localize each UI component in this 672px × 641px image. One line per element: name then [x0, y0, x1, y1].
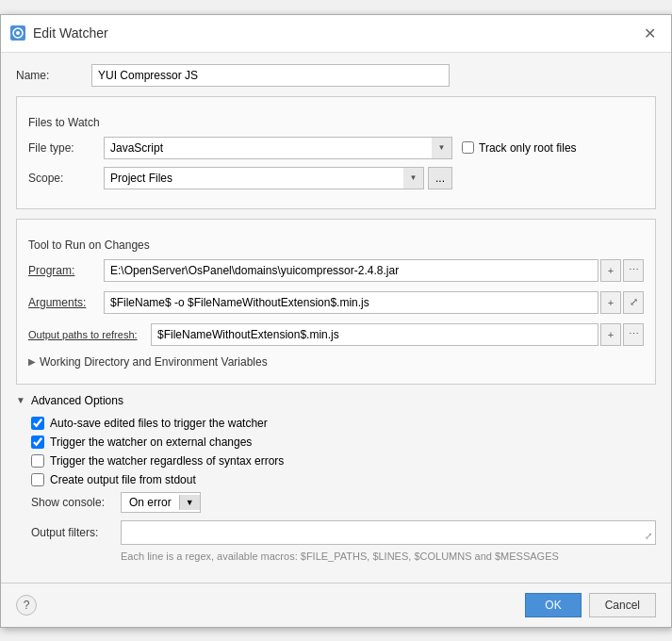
trigger-syntax-row: Trigger the watcher regardless of syntax… [31, 454, 656, 468]
scope-select-wrapper: Project Files Current File Changed Files… [104, 167, 424, 189]
help-button[interactable]: ? [16, 595, 37, 616]
name-row: Name: [16, 64, 656, 87]
trigger-external-label: Trigger the watcher on external changes [50, 436, 252, 449]
program-label: Program: [28, 264, 104, 277]
files-to-watch-section: Files to Watch File type: JavaScript Typ… [16, 96, 656, 209]
file-type-select[interactable]: JavaScript TypeScript CSS SCSS LESS [104, 137, 452, 159]
output-filters-input-wrap: ⤢ [121, 520, 656, 545]
output-paths-input[interactable] [151, 323, 598, 346]
scope-label: Scope: [28, 172, 104, 185]
scope-select[interactable]: Project Files Current File Changed Files [104, 167, 424, 189]
arguments-expand-button[interactable]: ⤢ [623, 291, 644, 314]
trigger-syntax-checkbox[interactable] [31, 454, 44, 468]
show-console-dropdown[interactable]: On error ▼ [121, 492, 201, 513]
create-output-checkbox[interactable] [31, 473, 44, 486]
arguments-row: Arguments: + ⤢ [28, 291, 644, 314]
create-output-label: Create output file from stdout [50, 473, 196, 486]
trigger-external-row: Trigger the watcher on external changes [31, 436, 656, 449]
name-input[interactable] [91, 64, 450, 87]
arguments-add-button[interactable]: + [600, 291, 621, 314]
trigger-external-checkbox[interactable] [31, 436, 44, 449]
working-dir-label: Working Directory and Environment Variab… [40, 355, 268, 369]
output-filters-expand-icon: ⤢ [645, 531, 652, 541]
title-bar-left: Edit Watcher [10, 25, 108, 41]
arguments-input[interactable] [104, 291, 598, 314]
tool-section: Tool to Run on Changes Program: + ⋯ Argu… [16, 219, 656, 385]
output-paths-add-button[interactable]: + [600, 323, 621, 346]
advanced-section: ▼ Advanced Options Auto-save edited file… [16, 394, 656, 562]
output-paths-label: Output paths to refresh: [28, 329, 151, 340]
footer-buttons: OK Cancel [525, 593, 656, 617]
dialog-footer: ? OK Cancel [1, 583, 671, 627]
program-browse-button[interactable]: ⋯ [623, 259, 644, 282]
show-console-value: On error [122, 493, 179, 512]
file-type-label: File type: [28, 141, 104, 155]
tool-section-header: Tool to Run on Changes [28, 238, 644, 252]
arguments-label: Arguments: [28, 296, 104, 309]
scope-ellipsis-button[interactable]: ... [428, 167, 452, 189]
working-dir-row[interactable]: ▶ Working Directory and Environment Vari… [28, 355, 644, 369]
trigger-syntax-label: Trigger the watcher regardless of syntax… [50, 454, 284, 468]
output-filters-label: Output filters: [31, 526, 121, 539]
arguments-input-group: + ⤢ [104, 291, 644, 314]
svg-point-1 [16, 31, 20, 35]
output-paths-browse-button[interactable]: ⋯ [623, 323, 644, 346]
program-input[interactable] [104, 259, 598, 282]
files-to-watch-header: Files to Watch [28, 116, 644, 129]
advanced-section-label: Advanced Options [31, 394, 123, 407]
ok-button[interactable]: OK [525, 593, 581, 617]
scope-row: Scope: Project Files Current File Change… [28, 167, 644, 189]
output-filters-hint: Each line is a regex, available macros: … [121, 551, 656, 562]
track-only-root-label: Track only root files [479, 141, 577, 155]
dialog-title: Edit Watcher [33, 25, 108, 41]
program-row: Program: + ⋯ [28, 259, 644, 282]
track-only-root-row: Track only root files [462, 141, 577, 155]
output-filters-row: Output filters: ⤢ [31, 520, 656, 545]
edit-watcher-dialog: Edit Watcher ✕ Name: Files to Watch File… [0, 14, 672, 628]
track-only-root-checkbox[interactable] [462, 141, 474, 154]
output-filters-input[interactable] [121, 520, 656, 545]
program-add-button[interactable]: + [600, 259, 621, 282]
file-type-row: File type: JavaScript TypeScript CSS SCS… [28, 137, 644, 159]
file-type-select-wrapper: JavaScript TypeScript CSS SCSS LESS ▼ [104, 137, 452, 159]
auto-save-checkbox[interactable] [31, 417, 44, 430]
advanced-header[interactable]: ▼ Advanced Options [16, 394, 656, 407]
program-input-group: + ⋯ [104, 259, 644, 282]
auto-save-row: Auto-save edited files to trigger the wa… [31, 417, 656, 430]
working-dir-arrow-icon: ▶ [28, 356, 36, 367]
title-bar: Edit Watcher ✕ [1, 15, 671, 53]
show-console-row: Show console: On error ▼ [31, 492, 656, 513]
advanced-arrow-icon: ▼ [16, 395, 25, 405]
output-paths-input-group: + ⋯ [151, 323, 644, 346]
name-label: Name: [16, 69, 91, 82]
cancel-button[interactable]: Cancel [589, 593, 656, 617]
show-console-dropdown-arrow[interactable]: ▼ [179, 495, 200, 510]
show-console-label: Show console: [31, 496, 121, 509]
auto-save-label: Auto-save edited files to trigger the wa… [50, 417, 268, 430]
dialog-content: Name: Files to Watch File type: JavaScri… [1, 53, 671, 583]
output-paths-row: Output paths to refresh: + ⋯ [28, 323, 644, 346]
create-output-row: Create output file from stdout [31, 473, 656, 486]
dialog-icon [10, 25, 25, 41]
close-button[interactable]: ✕ [638, 23, 662, 44]
